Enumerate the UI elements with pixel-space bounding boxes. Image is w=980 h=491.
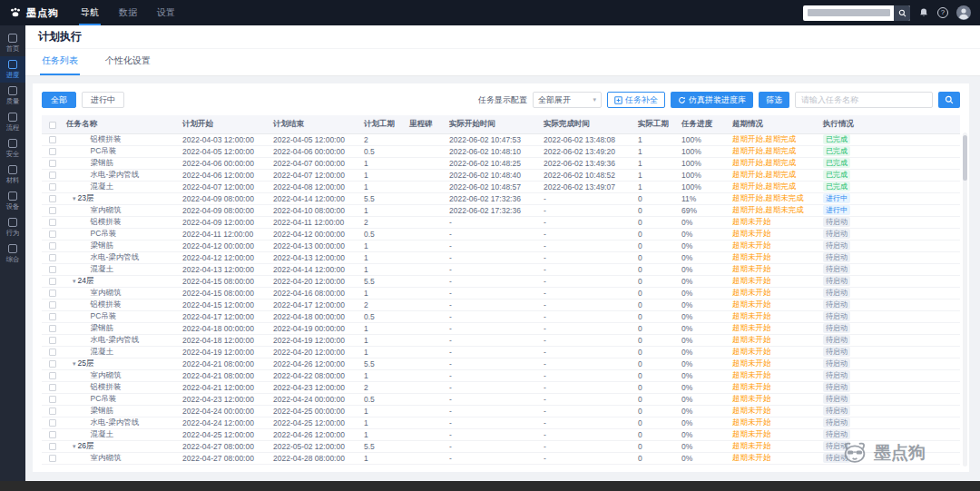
table-row[interactable]: ▾梁钢筋 2022-04-06 00:00:00 2022-04-07 00:0…: [42, 157, 960, 169]
row-checkbox[interactable]: [49, 266, 56, 273]
task-complete-button[interactable]: 任务补全: [607, 92, 665, 108]
filter-button[interactable]: 筛选: [759, 92, 789, 108]
table-row[interactable]: ▾室内砌筑 2022-04-27 08:00:00 2022-04-28 08:…: [42, 452, 960, 464]
table-row[interactable]: ▾混凝土 2022-04-13 12:00:00 2022-04-14 12:0…: [42, 263, 960, 275]
table-row[interactable]: ▾梁钢筋 2022-04-12 00:00:00 2022-04-13 00:0…: [42, 240, 960, 251]
row-checkbox[interactable]: [49, 290, 56, 297]
row-checkbox[interactable]: [49, 254, 56, 261]
nav-item-settings[interactable]: 设置: [155, 0, 177, 25]
row-checkbox[interactable]: [49, 396, 56, 403]
sidebar-item-首页[interactable]: 首页: [0, 30, 25, 56]
row-checkbox[interactable]: [49, 195, 56, 202]
header-search-button[interactable]: [894, 5, 910, 21]
row-checkbox[interactable]: [49, 231, 56, 238]
row-checkbox[interactable]: [49, 301, 56, 309]
expand-caret-icon[interactable]: ▾: [73, 195, 76, 201]
table-row[interactable]: ▾PC吊装 2022-04-05 12:00:00 2022-04-06 00:…: [42, 145, 960, 157]
sidebar-item-综合[interactable]: 综合: [0, 241, 25, 267]
expand-mode-select[interactable]: 全部展开 ▾: [533, 92, 602, 108]
table-row[interactable]: ▾24层 2022-04-15 08:00:00 2022-04-20 12:0…: [42, 275, 960, 287]
main-area: 计划执行 任务列表 个性化设置 全部 进行中 任务显示配置 全部展开 ▾ 任务补…: [25, 25, 980, 491]
row-checkbox[interactable]: [49, 183, 56, 191]
row-checkbox[interactable]: [49, 207, 56, 214]
expand-caret-icon[interactable]: ▾: [73, 360, 76, 367]
table-row[interactable]: ▾铝模拼装 2022-04-21 12:00:00 2022-04-23 12:…: [42, 381, 960, 393]
table-row[interactable]: ▾铝模拼装 2022-04-03 12:00:00 2022-04-05 12:…: [42, 133, 960, 145]
row-checkbox[interactable]: [49, 172, 56, 179]
row-checkbox[interactable]: [49, 337, 56, 344]
table-row[interactable]: ▾25层 2022-04-21 08:00:00 2022-04-26 12:0…: [42, 358, 960, 369]
sidebar-item-安全[interactable]: 安全: [0, 135, 25, 162]
cell-progress: 0%: [679, 310, 730, 322]
table-row[interactable]: ▾铝模拼装 2022-04-15 12:00:00 2022-04-17 12:…: [42, 299, 960, 310]
task-search-input[interactable]: [795, 92, 933, 108]
notification-bell-button[interactable]: [918, 7, 929, 18]
row-checkbox[interactable]: [49, 455, 56, 462]
sidebar-item-进度[interactable]: 进度: [0, 56, 25, 83]
row-checkbox[interactable]: [49, 219, 56, 226]
nav-item-navigation[interactable]: 导航: [79, 0, 101, 25]
header-search-input[interactable]: [803, 5, 910, 21]
sidebar-item-流程[interactable]: 流程: [0, 109, 25, 135]
table-row[interactable]: ▾混凝土 2022-04-07 12:00:00 2022-04-08 12:0…: [42, 181, 960, 192]
table-row[interactable]: ▾水电-梁内管线 2022-04-12 12:00:00 2022-04-13 …: [42, 251, 960, 263]
sidebar-item-质量[interactable]: 质量: [0, 83, 25, 109]
scrollbar-thumb[interactable]: [963, 135, 967, 181]
cell-actual-start: 2022-06-02 10:48:25: [446, 157, 541, 169]
vertical-scrollbar[interactable]: [963, 133, 967, 466]
table-row[interactable]: ▾26层 2022-04-27 08:00:00 2022-05-02 12:0…: [42, 440, 960, 452]
search-button[interactable]: [938, 92, 960, 108]
cell-actual-duration: 0: [635, 299, 679, 310]
row-checkbox[interactable]: [49, 148, 56, 155]
row-checkbox[interactable]: [49, 349, 56, 356]
table-row[interactable]: ▾23层 2022-04-09 08:00:00 2022-04-14 12:0…: [42, 192, 960, 204]
expand-caret-icon[interactable]: ▾: [73, 278, 76, 284]
table-row[interactable]: ▾铝模拼装 2022-04-09 12:00:00 2022-04-11 12:…: [42, 216, 960, 228]
cell-milestone: [407, 393, 446, 405]
table-row[interactable]: ▾PC吊装 2022-04-23 12:00:00 2022-04-24 00:…: [42, 393, 960, 405]
row-checkbox[interactable]: [49, 360, 56, 368]
row-checkbox[interactable]: [49, 431, 56, 438]
table-row[interactable]: ▾PC吊装 2022-04-11 12:00:00 2022-04-12 00:…: [42, 228, 960, 240]
table-row[interactable]: ▾室内砌筑 2022-04-21 08:00:00 2022-04-22 08:…: [42, 369, 960, 381]
sidebar-item-label: 综合: [6, 255, 20, 262]
row-checkbox[interactable]: [49, 372, 56, 379]
table-row[interactable]: ▾混凝土 2022-04-19 12:00:00 2022-04-20 12:0…: [42, 346, 960, 358]
user-avatar[interactable]: [956, 5, 971, 20]
table-row[interactable]: ▾室内砌筑 2022-04-09 08:00:00 2022-04-10 08:…: [42, 204, 960, 216]
sidebar-item-行为[interactable]: 行为: [0, 214, 25, 241]
table-row[interactable]: ▾梁钢筋 2022-04-18 00:00:00 2022-04-19 00:0…: [42, 322, 960, 334]
row-checkbox[interactable]: [49, 325, 56, 332]
row-checkbox[interactable]: [49, 242, 56, 250]
table-row[interactable]: ▾水电-梁内管线 2022-04-06 12:00:00 2022-04-07 …: [42, 169, 960, 181]
cell-actual-start: -: [446, 334, 541, 346]
cell-gutter: [875, 417, 960, 428]
expand-caret-icon[interactable]: ▾: [73, 443, 76, 449]
row-checkbox[interactable]: [49, 419, 56, 427]
nav-item-data[interactable]: 数据: [117, 0, 139, 25]
row-checkbox[interactable]: [49, 160, 56, 167]
row-checkbox[interactable]: [49, 278, 56, 285]
cell-task-name: ▾PC吊装: [64, 228, 180, 240]
row-checkbox[interactable]: [49, 408, 56, 415]
row-checkbox[interactable]: [49, 136, 56, 143]
row-checkbox[interactable]: [49, 384, 56, 391]
table-row[interactable]: ▾室内砌筑 2022-04-15 08:00:00 2022-04-16 08:…: [42, 287, 960, 299]
filter-running-button[interactable]: 进行中: [82, 92, 124, 108]
select-all-checkbox[interactable]: [49, 122, 56, 129]
row-checkbox[interactable]: [49, 313, 56, 320]
cell-task-name: ▾室内砌筑: [64, 452, 180, 464]
sidebar-item-设备[interactable]: 设备: [0, 188, 25, 214]
tab-personalization[interactable]: 个性化设置: [103, 54, 152, 75]
table-row[interactable]: ▾水电-梁内管线 2022-04-18 12:00:00 2022-04-19 …: [42, 334, 960, 346]
table-row[interactable]: ▾水电-梁内管线 2022-04-24 12:00:00 2022-04-25 …: [42, 417, 960, 428]
table-row[interactable]: ▾PC吊装 2022-04-17 12:00:00 2022-04-18 00:…: [42, 310, 960, 322]
table-row[interactable]: ▾混凝土 2022-04-25 12:00:00 2022-04-26 12:0…: [42, 428, 960, 440]
sidebar-item-材料[interactable]: 材料: [0, 162, 25, 188]
sync-assembly-library-button[interactable]: 仿真拼装进度库: [671, 92, 753, 108]
tab-task-list[interactable]: 任务列表: [40, 54, 80, 75]
row-checkbox[interactable]: [49, 443, 56, 450]
table-row[interactable]: ▾梁钢筋 2022-04-24 00:00:00 2022-04-25 00:0…: [42, 405, 960, 417]
filter-all-button[interactable]: 全部: [42, 92, 76, 108]
help-button[interactable]: ?: [937, 7, 948, 18]
